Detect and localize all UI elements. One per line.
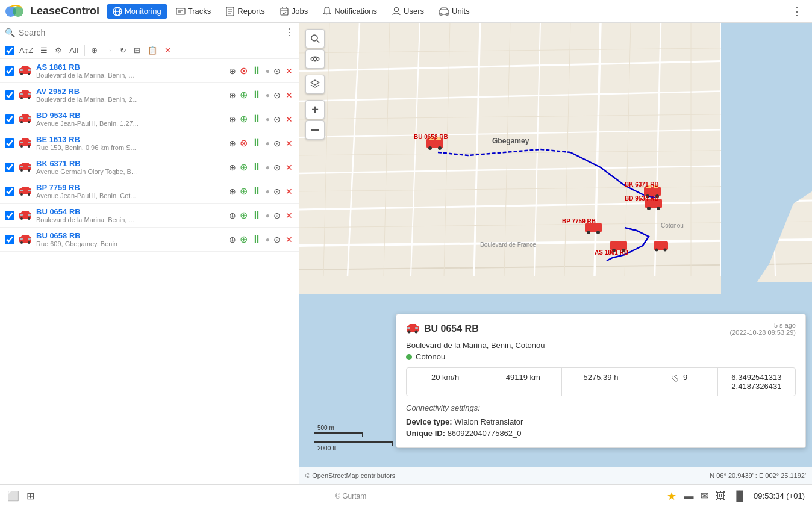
map-search-button[interactable]: [305, 29, 325, 48]
unit-locate-be1613rb[interactable]: ⊕: [228, 137, 237, 149]
unit-pause-be1613rb[interactable]: ⏸: [250, 135, 263, 151]
bottombar-window-icon[interactable]: ⬜: [7, 490, 19, 502]
bottombar-mail-icon[interactable]: ✉: [701, 490, 708, 502]
map-zoom-in-button[interactable]: +: [305, 100, 325, 119]
search-more-icon[interactable]: ⋮: [284, 26, 294, 38]
unit-pause-bu0654rb[interactable]: ⏸: [250, 208, 263, 223]
bottombar-grid-icon[interactable]: ⊞: [27, 490, 34, 502]
unit-locate-as1861rb[interactable]: ⊕: [228, 65, 237, 77]
unit-locate-bu0658rb[interactable]: ⊕: [228, 234, 237, 246]
unit-name-bu0658rb[interactable]: BU 0658 RB: [36, 231, 224, 240]
goto-button[interactable]: →: [102, 45, 115, 56]
sort-az-button[interactable]: A↕Z: [17, 45, 36, 56]
unit-info-bu0654rb: BU 0654 RB Boulevard de la Marina, Benin…: [36, 207, 224, 223]
unit-locate-bp7759rb[interactable]: ⊕: [228, 185, 237, 198]
map-eye-button[interactable]: [305, 49, 325, 69]
all-button[interactable]: All: [67, 45, 80, 56]
unit-name-bp7759rb[interactable]: BP 7759 RB: [36, 183, 224, 192]
unit-name-be1613rb[interactable]: BE 1613 RB: [36, 135, 224, 144]
list-view-button[interactable]: ☰: [38, 45, 50, 56]
unit-move-icon-bu0654rb: ⊕: [240, 210, 248, 221]
unit-dropdown-av2952rb[interactable]: ⊙: [272, 89, 282, 101]
unit-dropdown-bk6371rb[interactable]: ⊙: [272, 161, 282, 173]
unit-locate-bd9534rb[interactable]: ⊕: [228, 113, 237, 125]
unit-locate-av2952rb[interactable]: ⊕: [228, 89, 237, 101]
locate-all-button[interactable]: ⊕: [89, 45, 100, 56]
refresh-button[interactable]: ↻: [117, 45, 129, 56]
unit-close-bd9534rb[interactable]: ✕: [284, 113, 294, 125]
unit-checkbox-bu0658rb[interactable]: [5, 235, 14, 244]
screen-button[interactable]: ⊞: [131, 45, 143, 56]
map-layers-button[interactable]: [305, 75, 325, 94]
bottombar-image-icon[interactable]: 🖼: [716, 491, 725, 502]
unit-name-av2952rb[interactable]: AV 2952 RB: [36, 87, 224, 96]
unit-checkbox-av2952rb[interactable]: [5, 90, 14, 100]
unit-pause-bp7759rb[interactable]: ⏸: [250, 184, 263, 199]
unit-pause-bd9534rb[interactable]: ⏸: [250, 111, 263, 126]
unit-close-av2952rb[interactable]: ✕: [284, 89, 294, 101]
bottombar-battery-icon[interactable]: ▐▌: [732, 491, 746, 502]
unit-close-as1861rb[interactable]: ✕: [284, 65, 294, 77]
unit-locate-bk6371rb[interactable]: ⊕: [228, 161, 237, 173]
unit-name-bk6371rb[interactable]: BK 6371 RB: [36, 159, 224, 168]
export-button[interactable]: 📋: [145, 45, 160, 56]
unit-pause-as1861rb[interactable]: ⏸: [250, 63, 263, 78]
unit-locate-bu0654rb[interactable]: ⊕: [228, 210, 237, 222]
svg-text:2000 ft: 2000 ft: [317, 445, 336, 452]
unit-checkbox-bu0654rb[interactable]: [5, 211, 14, 220]
unit-close-bu0658rb[interactable]: ✕: [284, 234, 294, 246]
unit-close-bp7759rb[interactable]: ✕: [284, 185, 294, 198]
unit-close-bu0654rb[interactable]: ✕: [284, 210, 294, 222]
unit-dropdown-as1861rb[interactable]: ⊙: [272, 65, 282, 77]
unit-dropdown-bp7759rb[interactable]: ⊙: [272, 185, 282, 198]
unit-dropdown-bu0658rb[interactable]: ⊙: [272, 234, 282, 246]
unit-name-as1861rb[interactable]: AS 1861 RB: [36, 63, 224, 72]
bottombar-star-icon[interactable]: ★: [667, 490, 676, 503]
unit-item-bp7759rb: BP 7759 RB Avenue Jean-Paul II, Benin, C…: [0, 179, 299, 204]
unit-checkbox-bd9534rb[interactable]: [5, 114, 14, 124]
unit-info-be1613rb: BE 1613 RB Rue 150, Benin, 0.96 km from …: [36, 135, 224, 151]
svg-point-133: [415, 331, 418, 334]
unit-checkbox-as1861rb[interactable]: [5, 66, 14, 76]
filter-button[interactable]: ⚙: [52, 45, 64, 56]
unit-pause-bk6371rb[interactable]: ⏸: [250, 160, 263, 175]
clear-button[interactable]: ✕: [162, 45, 173, 56]
nav-reports[interactable]: Reports: [219, 4, 271, 19]
popup-address: Boulevard de la Marina, Benin, Cotonou: [406, 341, 796, 350]
unit-close-be1613rb[interactable]: ✕: [284, 137, 294, 149]
select-all-checkbox[interactable]: [5, 46, 14, 55]
unit-name-bu0654rb[interactable]: BU 0654 RB: [36, 207, 224, 216]
unit-dropdown-bu0654rb[interactable]: ⊙: [272, 210, 282, 222]
unit-move-icon-bp7759rb: ⊕: [240, 185, 248, 197]
nav-more-button[interactable]: ⋮: [787, 5, 807, 18]
unit-name-bd9534rb[interactable]: BD 9534 RB: [36, 111, 224, 120]
unit-toolbar: A↕Z ☰ ⚙ All ⊕ → ↻ ⊞ 📋 ✕: [0, 42, 299, 59]
search-input[interactable]: [19, 28, 281, 37]
map-zoom-out-button[interactable]: −: [305, 120, 325, 140]
nav-notifications-label: Notifications: [334, 7, 377, 16]
nav-monitoring[interactable]: Monitoring: [107, 4, 167, 19]
svg-rect-5: [176, 8, 185, 14]
nav-jobs[interactable]: Jobs: [273, 4, 314, 19]
unit-pause-bu0658rb[interactable]: ⏸: [250, 232, 263, 247]
nav-notifications[interactable]: Notifications: [316, 4, 383, 19]
unit-dropdown-be1613rb[interactable]: ⊙: [272, 137, 282, 149]
unit-checkbox-bk6371rb[interactable]: [5, 163, 14, 172]
svg-rect-27: [28, 93, 31, 95]
unit-car-icon-bk6371rb: [18, 161, 33, 173]
svg-rect-32: [28, 117, 31, 119]
unit-dot-as1861rb: ●: [266, 67, 270, 75]
unit-pause-av2952rb[interactable]: ⏸: [250, 87, 263, 102]
unit-addr-bp7759rb: Avenue Jean-Paul II, Benin, Cot...: [36, 192, 157, 199]
svg-rect-120: [362, 432, 363, 437]
unit-dropdown-bd9534rb[interactable]: ⊙: [272, 113, 282, 125]
nav-users[interactable]: Users: [386, 4, 430, 19]
nav-units[interactable]: Units: [433, 4, 476, 18]
unit-checkbox-bp7759rb[interactable]: [5, 187, 14, 196]
unit-close-bk6371rb[interactable]: ✕: [284, 161, 294, 173]
map-area[interactable]: Boulevard de France Cotonou Gbegamey BU …: [299, 23, 812, 484]
unit-checkbox-be1613rb[interactable]: [5, 138, 14, 148]
map-label-bu0658rb: BU 0658 RB: [414, 134, 448, 140]
bottombar-panel-icon[interactable]: ▬: [684, 491, 693, 502]
nav-tracks[interactable]: Tracks: [170, 4, 217, 19]
